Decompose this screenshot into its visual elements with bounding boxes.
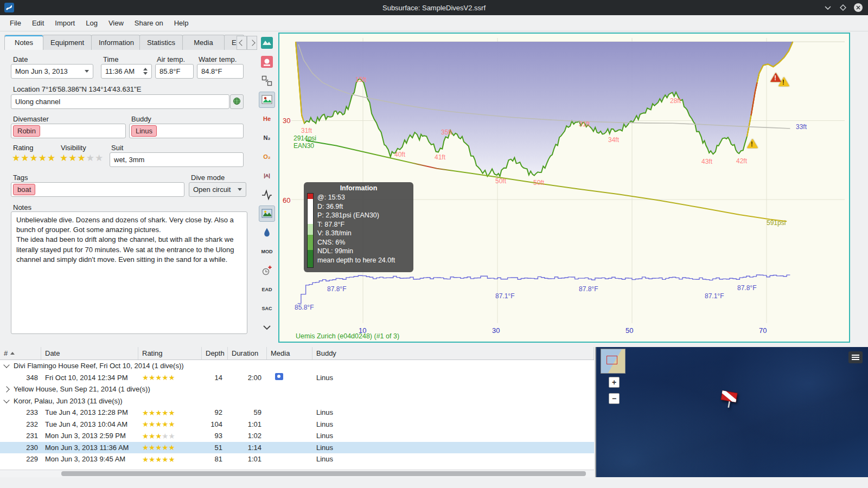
menu-share-on[interactable]: Share on	[129, 15, 169, 31]
chevron-down-icon	[238, 188, 242, 191]
picture-overlay-icon[interactable]	[259, 206, 275, 222]
menu-view[interactable]: View	[103, 15, 129, 31]
tab-equipment[interactable]: Equipment	[43, 35, 92, 50]
rating-label: Rating	[13, 144, 34, 152]
dive-row[interactable]: 231Mon Jun 3, 2013 2:59 PM★★★★★931:02Lin…	[0, 430, 594, 442]
date-select[interactable]: Mon Jun 3, 2013	[11, 64, 93, 79]
trip-row[interactable]: Divi Flamingo House Reef, Fri Oct 10, 20…	[0, 360, 594, 372]
trip-row[interactable]: Koror, Palau, Jun 2013 (11 dive(s))	[0, 395, 594, 407]
time-spinner[interactable]: 11:36 AM	[101, 64, 152, 79]
air-icon[interactable]: |A|	[259, 168, 275, 184]
water-temp-field[interactable]: 84.8°F	[197, 64, 244, 79]
time-value: 11:36 AM	[105, 67, 135, 75]
dive-row[interactable]: 233Tue Jun 4, 2013 12:28 PM★★★★★9259Linu…	[0, 407, 594, 419]
dive-row[interactable]: 230Mon Jun 3, 2013 11:36 AM★★★★★511:14Li…	[0, 442, 594, 454]
spinner-arrows-icon[interactable]	[143, 68, 148, 75]
air-temp-label: Air temp.	[157, 55, 185, 63]
tab-statistics[interactable]: Statistics	[139, 35, 183, 50]
collapse-icon[interactable]	[3, 397, 9, 403]
maximize-button[interactable]	[839, 3, 847, 12]
tissue-icon[interactable]	[259, 224, 275, 241]
dive-computer-label: Uemis Zurich (e04d0248) (#1 of 3)	[296, 332, 399, 340]
dive-row[interactable]: 232Tue Jun 4, 2013 10:04 AM★★★★★1041:01L…	[0, 419, 594, 431]
divemaster-tag[interactable]: Robin	[13, 125, 40, 137]
zoom-in-button[interactable]: +	[609, 377, 620, 388]
dive-rating: ★★★★★	[138, 408, 202, 417]
menu-file[interactable]: File	[4, 15, 27, 31]
tab-scroll-buttons	[237, 36, 257, 50]
dive-row[interactable]: 348Fri Oct 10, 2014 12:34 PM★★★★★142:00L…	[0, 372, 594, 384]
sac-icon[interactable]: SAC	[259, 300, 275, 317]
dive-flag-marker[interactable]	[718, 389, 742, 412]
visibility-stars[interactable]: ★★★★★	[60, 152, 104, 164]
dive-row[interactable]: 229Mon Jun 3, 2013 9:45 AM★★★★★811:01Lin…	[0, 453, 594, 465]
map-menu-button[interactable]	[848, 351, 863, 363]
menu-import[interactable]: Import	[49, 15, 80, 31]
ead-icon[interactable]: EAD	[259, 281, 275, 298]
suit-field[interactable]: wet, 3mm	[110, 152, 244, 167]
column-header-num[interactable]: #	[0, 347, 41, 359]
horizontal-scrollbar[interactable]	[0, 470, 594, 477]
column-header-duration[interactable]: Duration	[228, 347, 267, 359]
strip-segment	[308, 194, 313, 199]
close-button[interactable]	[854, 3, 863, 12]
map-overview-thumbnail[interactable]	[601, 349, 626, 374]
rating-stars[interactable]: ★★★★★	[12, 152, 56, 164]
dive-site-map[interactable]: + −	[595, 347, 868, 477]
scrollbar-thumb[interactable]	[61, 471, 586, 476]
scroll-down-icon[interactable]	[259, 319, 275, 336]
star-filled-icon: ★	[78, 153, 86, 163]
column-header-depth[interactable]: Depth	[202, 347, 228, 359]
nitrogen-pressure-icon[interactable]: N₂	[259, 130, 275, 146]
air-temp-field[interactable]: 85.8°F	[155, 64, 194, 79]
dive-number: 232	[0, 420, 41, 428]
tab-scroll-right-button[interactable]	[247, 36, 257, 50]
tags-label: Tags	[13, 174, 28, 182]
dive-computer-icon[interactable]	[259, 35, 275, 51]
dive-list-header: #DateRatingDepthDurationMediaBuddy	[0, 347, 594, 360]
menu-log[interactable]: Log	[80, 15, 103, 31]
menu-edit[interactable]: Edit	[27, 15, 49, 31]
suit-value: wet, 3mm	[114, 156, 144, 164]
star-filled-icon: ★	[142, 420, 149, 428]
tab-scroll-left-button[interactable]	[237, 36, 247, 50]
divemaster-field[interactable]: Robin	[11, 124, 126, 138]
star-filled-icon: ★	[168, 455, 175, 464]
location-field[interactable]: Ulong channel	[11, 94, 229, 109]
helium-pressure-icon[interactable]: He	[259, 111, 275, 127]
sort-ascending-icon	[10, 352, 15, 355]
mod-icon[interactable]: MOD	[259, 243, 275, 260]
show-photos-icon[interactable]	[259, 92, 275, 108]
trip-row[interactable]: Yellow House, Sun Sep 21, 2014 (1 dive(s…	[0, 383, 594, 395]
suit-label: Suit	[111, 144, 123, 152]
star-empty-icon: ★	[168, 432, 175, 440]
ruler-icon[interactable]	[259, 73, 275, 89]
minimize-button[interactable]	[824, 3, 832, 12]
column-header-date[interactable]: Date	[41, 347, 138, 359]
collapse-icon[interactable]	[3, 362, 9, 368]
zoom-out-button[interactable]: −	[609, 393, 620, 404]
ndl-icon[interactable]	[259, 262, 275, 279]
tag-chip[interactable]: boat	[13, 184, 35, 195]
column-header-buddy[interactable]: Buddy	[312, 347, 594, 359]
tab-media[interactable]: Media	[182, 35, 225, 50]
buddy-tag[interactable]: Linus	[131, 125, 157, 137]
heart-rate-icon[interactable]	[259, 187, 275, 203]
globe-button[interactable]	[230, 94, 244, 109]
media-photo-icon[interactable]	[275, 373, 283, 380]
tags-field[interactable]: boat	[11, 182, 184, 197]
menu-help[interactable]: Help	[169, 15, 194, 31]
notes-textarea[interactable]: Unbelievable dive. Dozens and dozens of …	[11, 211, 247, 334]
oxygen-pressure-icon[interactable]: O₂	[259, 149, 275, 165]
star-filled-icon: ★	[149, 455, 155, 464]
expand-icon[interactable]	[3, 386, 9, 392]
column-header-media[interactable]: Media	[267, 347, 312, 359]
dive-date: Tue Jun 4, 2013 12:28 PM	[41, 408, 138, 416]
tab-notes[interactable]: Notes	[4, 35, 43, 50]
column-header-rating[interactable]: Rating	[138, 347, 202, 359]
dive-mode-select[interactable]: Open circuit	[189, 182, 246, 197]
photo-marker-icon[interactable]	[259, 54, 275, 70]
tab-information[interactable]: Information	[91, 35, 140, 50]
strip-segment	[308, 250, 313, 267]
buddy-field[interactable]: Linus	[129, 124, 244, 138]
